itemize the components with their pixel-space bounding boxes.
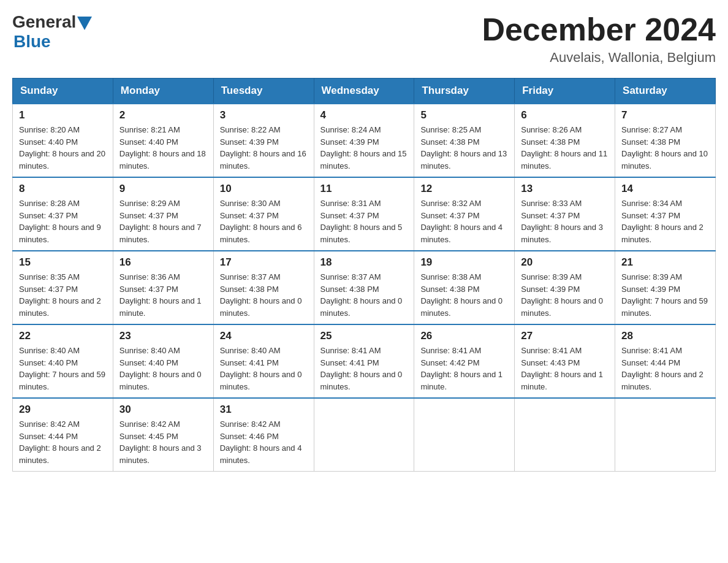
day-cell-25: 25Sunrise: 8:41 AMSunset: 4:41 PMDayligh…: [314, 324, 414, 398]
day-number: 11: [320, 183, 408, 195]
week-row-4: 22Sunrise: 8:40 AMSunset: 4:40 PMDayligh…: [13, 324, 716, 398]
day-cell-11: 11Sunrise: 8:31 AMSunset: 4:37 PMDayligh…: [314, 177, 414, 251]
day-number: 19: [420, 256, 508, 269]
weekday-header-sunday: Sunday: [13, 79, 113, 104]
day-cell-18: 18Sunrise: 8:37 AMSunset: 4:38 PMDayligh…: [314, 251, 414, 324]
day-cell-10: 10Sunrise: 8:30 AMSunset: 4:37 PMDayligh…: [213, 177, 314, 251]
week-row-1: 1Sunrise: 8:20 AMSunset: 4:40 PMDaylight…: [13, 104, 716, 177]
day-cell-24: 24Sunrise: 8:40 AMSunset: 4:41 PMDayligh…: [213, 324, 314, 398]
day-number: 18: [320, 256, 408, 269]
day-cell-14: 14Sunrise: 8:34 AMSunset: 4:37 PMDayligh…: [615, 177, 716, 251]
day-info: Sunrise: 8:20 AMSunset: 4:40 PMDaylight:…: [19, 124, 107, 172]
day-cell-9: 9Sunrise: 8:29 AMSunset: 4:37 PMDaylight…: [113, 177, 213, 251]
day-info: Sunrise: 8:31 AMSunset: 4:37 PMDaylight:…: [320, 197, 408, 245]
day-cell-31: 31Sunrise: 8:42 AMSunset: 4:46 PMDayligh…: [213, 398, 314, 472]
empty-cell: [314, 398, 414, 472]
empty-cell: [615, 398, 716, 472]
day-cell-7: 7Sunrise: 8:27 AMSunset: 4:38 PMDaylight…: [615, 104, 716, 177]
day-cell-3: 3Sunrise: 8:22 AMSunset: 4:39 PMDaylight…: [213, 104, 314, 177]
location-title: Auvelais, Wallonia, Belgium: [482, 50, 716, 66]
day-info: Sunrise: 8:40 AMSunset: 4:40 PMDaylight:…: [119, 345, 207, 393]
day-info: Sunrise: 8:36 AMSunset: 4:37 PMDaylight:…: [119, 271, 207, 319]
day-info: Sunrise: 8:41 AMSunset: 4:43 PMDaylight:…: [521, 345, 609, 393]
weekday-header-tuesday: Tuesday: [213, 79, 314, 104]
day-info: Sunrise: 8:34 AMSunset: 4:37 PMDaylight:…: [621, 197, 709, 245]
day-info: Sunrise: 8:41 AMSunset: 4:42 PMDaylight:…: [420, 345, 508, 393]
day-number: 17: [220, 256, 308, 269]
day-cell-30: 30Sunrise: 8:42 AMSunset: 4:45 PMDayligh…: [113, 398, 213, 472]
day-info: Sunrise: 8:32 AMSunset: 4:37 PMDaylight:…: [420, 197, 508, 245]
day-info: Sunrise: 8:30 AMSunset: 4:37 PMDaylight:…: [220, 197, 308, 245]
weekday-header-wednesday: Wednesday: [314, 79, 414, 104]
day-cell-20: 20Sunrise: 8:39 AMSunset: 4:39 PMDayligh…: [515, 251, 615, 324]
day-cell-23: 23Sunrise: 8:40 AMSunset: 4:40 PMDayligh…: [113, 324, 213, 398]
day-number: 28: [621, 330, 709, 342]
day-info: Sunrise: 8:25 AMSunset: 4:38 PMDaylight:…: [420, 124, 508, 172]
day-cell-1: 1Sunrise: 8:20 AMSunset: 4:40 PMDaylight…: [13, 104, 113, 177]
day-cell-12: 12Sunrise: 8:32 AMSunset: 4:37 PMDayligh…: [414, 177, 515, 251]
day-info: Sunrise: 8:24 AMSunset: 4:39 PMDaylight:…: [320, 124, 408, 172]
day-number: 4: [320, 109, 408, 121]
day-cell-6: 6Sunrise: 8:26 AMSunset: 4:38 PMDaylight…: [515, 104, 615, 177]
day-number: 2: [119, 109, 207, 121]
day-cell-13: 13Sunrise: 8:33 AMSunset: 4:37 PMDayligh…: [515, 177, 615, 251]
day-cell-5: 5Sunrise: 8:25 AMSunset: 4:38 PMDaylight…: [414, 104, 515, 177]
day-number: 21: [621, 256, 709, 269]
page-header: General Blue December 2024 Auvelais, Wal…: [12, 12, 716, 66]
day-info: Sunrise: 8:42 AMSunset: 4:44 PMDaylight:…: [19, 418, 107, 466]
day-info: Sunrise: 8:40 AMSunset: 4:41 PMDaylight:…: [220, 345, 308, 393]
day-cell-26: 26Sunrise: 8:41 AMSunset: 4:42 PMDayligh…: [414, 324, 515, 398]
day-info: Sunrise: 8:29 AMSunset: 4:37 PMDaylight:…: [119, 197, 207, 245]
day-number: 29: [19, 404, 107, 416]
empty-cell: [414, 398, 515, 472]
day-number: 5: [420, 109, 508, 121]
day-info: Sunrise: 8:26 AMSunset: 4:38 PMDaylight:…: [521, 124, 609, 172]
day-cell-17: 17Sunrise: 8:37 AMSunset: 4:38 PMDayligh…: [213, 251, 314, 324]
title-area: December 2024 Auvelais, Wallonia, Belgiu…: [482, 12, 716, 66]
weekday-header-saturday: Saturday: [615, 79, 716, 104]
month-title: December 2024: [482, 12, 716, 47]
day-number: 6: [521, 109, 609, 121]
logo-general-text: General: [12, 12, 76, 32]
day-number: 12: [420, 183, 508, 195]
day-number: 23: [119, 330, 207, 342]
day-info: Sunrise: 8:42 AMSunset: 4:45 PMDaylight:…: [119, 418, 207, 466]
weekday-header-monday: Monday: [113, 79, 213, 104]
calendar-table: SundayMondayTuesdayWednesdayThursdayFrid…: [12, 78, 716, 472]
day-cell-22: 22Sunrise: 8:40 AMSunset: 4:40 PMDayligh…: [13, 324, 113, 398]
day-info: Sunrise: 8:35 AMSunset: 4:37 PMDaylight:…: [19, 271, 107, 319]
day-cell-19: 19Sunrise: 8:38 AMSunset: 4:38 PMDayligh…: [414, 251, 515, 324]
day-number: 7: [621, 109, 709, 121]
day-number: 1: [19, 109, 107, 121]
day-info: Sunrise: 8:27 AMSunset: 4:38 PMDaylight:…: [621, 124, 709, 172]
day-number: 9: [119, 183, 207, 195]
weekday-header-friday: Friday: [515, 79, 615, 104]
day-number: 24: [220, 330, 308, 342]
day-number: 31: [220, 404, 308, 416]
logo-triangle-icon: [77, 17, 92, 30]
week-row-2: 8Sunrise: 8:28 AMSunset: 4:37 PMDaylight…: [13, 177, 716, 251]
day-info: Sunrise: 8:41 AMSunset: 4:44 PMDaylight:…: [621, 345, 709, 393]
day-info: Sunrise: 8:39 AMSunset: 4:39 PMDaylight:…: [521, 271, 609, 319]
day-number: 8: [19, 183, 107, 195]
week-row-3: 15Sunrise: 8:35 AMSunset: 4:37 PMDayligh…: [13, 251, 716, 324]
logo-blue-text: Blue: [13, 32, 92, 52]
day-info: Sunrise: 8:41 AMSunset: 4:41 PMDaylight:…: [320, 345, 408, 393]
day-cell-15: 15Sunrise: 8:35 AMSunset: 4:37 PMDayligh…: [13, 251, 113, 324]
week-row-5: 29Sunrise: 8:42 AMSunset: 4:44 PMDayligh…: [13, 398, 716, 472]
day-info: Sunrise: 8:37 AMSunset: 4:38 PMDaylight:…: [320, 271, 408, 319]
day-info: Sunrise: 8:37 AMSunset: 4:38 PMDaylight:…: [220, 271, 308, 319]
day-number: 22: [19, 330, 107, 342]
day-cell-28: 28Sunrise: 8:41 AMSunset: 4:44 PMDayligh…: [615, 324, 716, 398]
day-number: 20: [521, 256, 609, 269]
day-number: 10: [220, 183, 308, 195]
weekday-header-row: SundayMondayTuesdayWednesdayThursdayFrid…: [13, 79, 716, 104]
day-cell-8: 8Sunrise: 8:28 AMSunset: 4:37 PMDaylight…: [13, 177, 113, 251]
day-number: 15: [19, 256, 107, 269]
day-number: 16: [119, 256, 207, 269]
logo: General Blue: [12, 12, 92, 52]
day-cell-4: 4Sunrise: 8:24 AMSunset: 4:39 PMDaylight…: [314, 104, 414, 177]
weekday-header-thursday: Thursday: [414, 79, 515, 104]
day-number: 27: [521, 330, 609, 342]
day-number: 13: [521, 183, 609, 195]
